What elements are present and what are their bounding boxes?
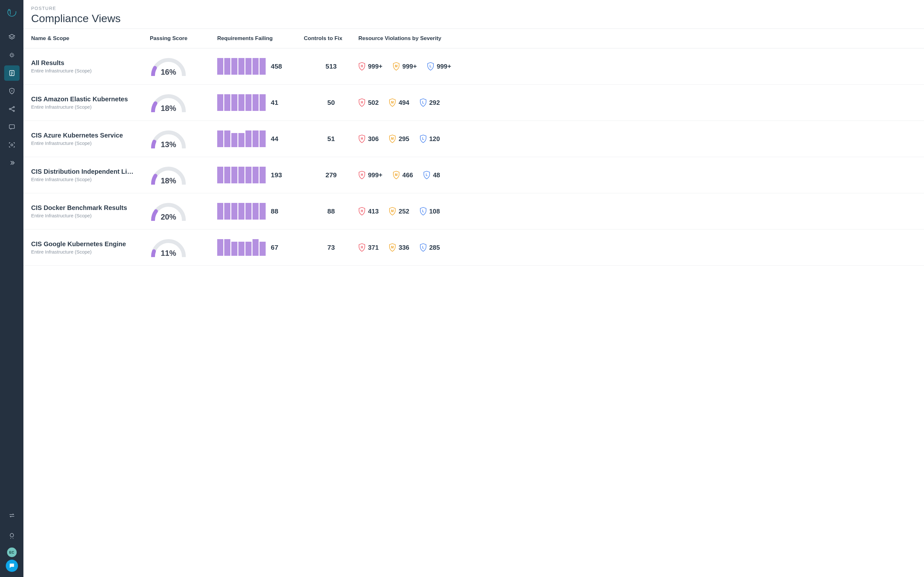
- spark-bar: [260, 94, 266, 111]
- spark-bar: [224, 58, 230, 75]
- name-cell: All Results Entire Infrastructure (Scope…: [31, 59, 150, 73]
- gauge-percent: 18%: [150, 176, 187, 185]
- spark-bar: [238, 203, 244, 219]
- sparkline: [217, 203, 266, 219]
- svg-rect-6: [9, 125, 15, 129]
- col-violations: Resource Violations by Severity: [359, 35, 916, 42]
- severity-medium: M 494: [389, 98, 409, 107]
- failing-count: 44: [271, 135, 278, 143]
- spark-bar: [231, 133, 237, 147]
- spark-bar: [231, 94, 237, 111]
- controls-cell: 73: [304, 243, 359, 251]
- name-cell: CIS Docker Benchmark Results Entire Infr…: [31, 204, 150, 218]
- spark-bar: [246, 167, 252, 183]
- svg-text:L: L: [422, 101, 424, 104]
- severity-high: H 371: [359, 243, 379, 251]
- user-avatar[interactable]: EC: [7, 548, 17, 557]
- severity-high: H 306: [359, 135, 379, 143]
- spark-bar: [238, 167, 244, 183]
- spark-bar: [238, 58, 244, 75]
- svg-text:M: M: [391, 210, 394, 213]
- row-scope: Entire Infrastructure (Scope): [31, 177, 150, 182]
- passing-cell: 16%: [150, 57, 217, 76]
- failing-cell: 44: [217, 131, 304, 147]
- spark-bar: [224, 239, 230, 256]
- row-scope: Entire Infrastructure (Scope): [31, 68, 150, 73]
- row-title: All Results: [31, 59, 134, 67]
- spark-bar: [231, 203, 237, 219]
- severity-low: L 108: [420, 207, 440, 215]
- severity-high: H 999+: [359, 171, 383, 179]
- passing-cell: 13%: [150, 129, 217, 148]
- table-row[interactable]: CIS Google Kubernetes Engine Entire Infr…: [23, 229, 924, 266]
- nav-layers[interactable]: [4, 29, 19, 45]
- failing-count: 193: [271, 171, 282, 179]
- gauge-percent: 18%: [150, 104, 187, 113]
- nav-expand[interactable]: [4, 155, 19, 171]
- failing-cell: 193: [217, 167, 304, 183]
- nav-messages[interactable]: [4, 119, 19, 135]
- spark-bar: [260, 203, 266, 219]
- nav-vulnerabilities[interactable]: [4, 47, 19, 63]
- svg-text:L: L: [422, 137, 424, 140]
- severity-cell: H 413 M 252 L 108: [359, 207, 916, 215]
- severity-high: H 999+: [359, 62, 383, 71]
- spark-bar: [260, 58, 266, 75]
- sparkline: [217, 131, 266, 147]
- spark-bar: [238, 133, 244, 147]
- spark-bar: [252, 167, 258, 183]
- spark-bar: [224, 94, 230, 111]
- gauge: 13%: [150, 129, 187, 148]
- table-row[interactable]: CIS Amazon Elastic Kubernetes Entire Inf…: [23, 85, 924, 121]
- nav-compliance[interactable]: [4, 65, 19, 81]
- severity-cell: H 371 M 336 L 285: [359, 243, 916, 251]
- gauge-percent: 16%: [150, 68, 187, 77]
- table-row[interactable]: All Results Entire Infrastructure (Scope…: [23, 48, 924, 85]
- severity-low: L 48: [423, 171, 440, 179]
- severity-medium: M 336: [389, 243, 409, 251]
- spark-bar: [224, 203, 230, 219]
- spark-bar: [224, 131, 230, 147]
- row-title: CIS Amazon Elastic Kubernetes: [31, 95, 134, 103]
- row-scope: Entire Infrastructure (Scope): [31, 249, 150, 255]
- failing-cell: 458: [217, 58, 304, 75]
- passing-cell: 18%: [150, 93, 217, 112]
- nav-capture[interactable]: [4, 137, 19, 153]
- svg-text:H: H: [360, 137, 363, 140]
- passing-cell: 18%: [150, 165, 217, 185]
- table-row[interactable]: CIS Azure Kubernetes Service Entire Infr…: [23, 121, 924, 157]
- sparkline: [217, 167, 266, 183]
- svg-point-0: [8, 8, 16, 16]
- nav-sync[interactable]: [4, 508, 19, 523]
- controls-cell: 50: [304, 99, 359, 106]
- name-cell: CIS Google Kubernetes Engine Entire Infr…: [31, 240, 150, 255]
- app-logo[interactable]: [5, 6, 18, 19]
- svg-point-3: [9, 108, 11, 110]
- spark-bar: [252, 131, 258, 147]
- page-title: Compliance Views: [31, 12, 916, 25]
- failing-count: 67: [271, 243, 278, 251]
- svg-point-1: [11, 54, 13, 56]
- spark-bar: [217, 203, 223, 219]
- row-title: CIS Distribution Independent Li…: [31, 168, 134, 175]
- table-row[interactable]: CIS Distribution Independent Li… Entire …: [23, 157, 924, 193]
- severity-high: H 502: [359, 98, 379, 107]
- nav-policies[interactable]: [4, 83, 19, 99]
- controls-cell: 279: [304, 171, 359, 179]
- page-header: POSTURE Compliance Views: [23, 0, 924, 29]
- nav-launch[interactable]: [4, 528, 19, 544]
- spark-bar: [246, 203, 252, 219]
- severity-medium: M 999+: [393, 62, 417, 71]
- gauge: 18%: [150, 165, 187, 185]
- help-chat[interactable]: [6, 560, 18, 572]
- nav-network[interactable]: [4, 101, 19, 117]
- svg-point-5: [13, 110, 15, 111]
- controls-cell: 88: [304, 207, 359, 215]
- col-passing: Passing Score: [150, 35, 217, 42]
- spark-bar: [260, 167, 266, 183]
- table-row[interactable]: CIS Docker Benchmark Results Entire Infr…: [23, 193, 924, 229]
- passing-cell: 20%: [150, 201, 217, 221]
- severity-low: L 285: [420, 243, 440, 251]
- spark-bar: [260, 131, 266, 147]
- spark-bar: [252, 58, 258, 75]
